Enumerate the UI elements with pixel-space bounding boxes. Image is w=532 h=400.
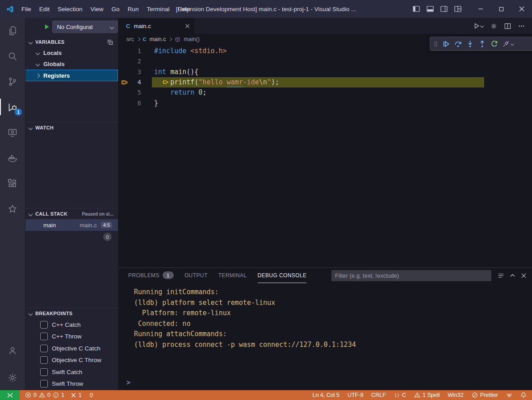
source-control-icon (7, 76, 18, 87)
menu-view[interactable]: View (87, 4, 108, 14)
breadcrumb-file[interactable]: main.c (150, 36, 166, 42)
menu-go[interactable]: Go (108, 4, 124, 14)
activity-bar-item-extensions[interactable] (0, 171, 25, 196)
spell-checker-status[interactable]: 1 Spell (414, 392, 440, 398)
debug-config-select[interactable]: No Configurat (52, 21, 118, 33)
code-line-current[interactable]: 4 printf("hello wamr-ide\n"); (118, 77, 526, 88)
continue-button[interactable] (442, 40, 450, 48)
code-line[interactable]: 2 (118, 56, 526, 67)
activity-bar-item-run-and-debug[interactable]: 1 (0, 94, 25, 120)
minimize-button[interactable] (470, 0, 491, 18)
breakpoints-section-header[interactable]: BREAKPOINTS (25, 308, 118, 319)
step-into-button[interactable] (466, 40, 474, 48)
checkbox[interactable] (40, 380, 48, 388)
remote-indicator[interactable] (0, 390, 20, 400)
cursor-position[interactable]: Ln 4, Col 5 (312, 392, 339, 398)
menu-selection[interactable]: Selection (54, 4, 87, 14)
current-instruction-pointer-icon[interactable] (121, 79, 129, 86)
checkbox[interactable] (40, 368, 48, 376)
tab-terminal[interactable]: TERMINAL (218, 268, 247, 283)
customize-layout-icon[interactable] (454, 6, 461, 12)
toggle-sidebar-icon[interactable] (413, 6, 420, 12)
breakpoint-label: Objective C Throw (52, 357, 101, 363)
debug-start-icon[interactable] (44, 24, 50, 30)
console-input-prompt[interactable]: > (126, 379, 130, 387)
code-line[interactable]: 6 } (118, 98, 526, 108)
activity-bar-item-accounts[interactable] (0, 338, 25, 363)
vscode-window: File Edit Selection View Go Run Terminal… (0, 0, 532, 400)
checkbox[interactable] (40, 333, 48, 340)
console-filter-input[interactable] (331, 270, 491, 281)
more-actions-icon[interactable] (518, 23, 525, 29)
activity-bar-item-docker[interactable] (0, 145, 25, 171)
breadcrumb-folder[interactable]: src (126, 36, 134, 42)
code-line[interactable]: 5 return 0; (118, 88, 526, 98)
activity-bar-item-search[interactable] (0, 43, 25, 69)
debug-target-status[interactable] (88, 392, 95, 399)
code-line[interactable]: 3 int main(){ (118, 67, 526, 77)
code-editor[interactable]: 1 #include <stdio.h> 2 3 int main(){ 4 p… (118, 45, 532, 268)
variables-item-registers[interactable]: Registers (25, 70, 118, 81)
collapse-all-icon[interactable] (107, 39, 113, 46)
breadcrumb-symbol[interactable]: main() (184, 36, 199, 42)
step-out-button[interactable] (478, 40, 486, 48)
callstack-section-header[interactable]: CALL STACK Paused on st... (25, 208, 118, 219)
remote-icon (7, 392, 13, 398)
tab-debug-console[interactable]: DEBUG CONSOLE (258, 268, 307, 283)
menu-terminal[interactable]: Terminal (142, 4, 173, 14)
maximize-panel-icon[interactable] (510, 273, 515, 279)
disconnect-button[interactable] (503, 40, 514, 47)
close-tab-icon[interactable] (185, 24, 190, 29)
tab-main-c[interactable]: main.c (118, 18, 194, 34)
debug-sidebar: No Configurat VARIABLES Locals Globals R… (25, 18, 118, 390)
tools-status[interactable]: 1 (71, 392, 82, 398)
checkbox[interactable] (40, 345, 48, 352)
toolbar-drag-handle-icon[interactable] (434, 41, 438, 47)
encoding[interactable]: UTF-8 (348, 392, 363, 398)
problems-status[interactable]: 0 0 1 (25, 392, 64, 398)
step-over-button[interactable] (454, 40, 462, 48)
gear-icon (7, 372, 18, 383)
c-file-icon (126, 23, 130, 29)
eol-sequence[interactable]: CRLF (371, 392, 386, 398)
notifications-status[interactable] (520, 392, 527, 398)
formatter-status[interactable]: Prettier (472, 392, 498, 398)
radio-tower-icon (506, 392, 512, 398)
run-or-debug-icon[interactable] (473, 23, 483, 29)
toggle-secondary-sidebar-icon[interactable] (440, 6, 448, 12)
thread-count-badge: 0 (103, 233, 112, 241)
variables-section-header[interactable]: VARIABLES (25, 37, 118, 47)
circle-slash-icon (472, 392, 478, 398)
restart-button[interactable] (490, 40, 498, 48)
tab-output[interactable]: OUTPUT (184, 268, 208, 283)
activity-bar-item-explorer[interactable] (0, 18, 25, 43)
platform-status[interactable]: Win32 (448, 392, 463, 398)
checkbox[interactable] (40, 356, 48, 364)
split-editor-icon[interactable] (504, 23, 511, 29)
debug-settings-gear-icon[interactable] (490, 23, 497, 29)
console-lines-icon[interactable] (498, 272, 504, 279)
maximize-button[interactable] (491, 0, 511, 18)
stack-frame-function: main (43, 222, 56, 229)
stack-frame-row[interactable]: main main.c 4:5 (25, 219, 118, 231)
activity-bar-item-favorites[interactable] (0, 196, 25, 221)
language-mode[interactable]: C (394, 392, 406, 398)
breakpoint-label: C++ Throw (52, 333, 82, 340)
broadcast-status[interactable] (506, 392, 512, 398)
inline-breakpoint-icon[interactable] (163, 79, 169, 85)
menu-run[interactable]: Run (124, 4, 143, 14)
variables-item-globals[interactable]: Globals (25, 58, 118, 70)
activity-bar-item-settings[interactable] (0, 365, 25, 390)
callstack-section-title: CALL STACK (35, 211, 67, 217)
activity-bar-item-source-control[interactable] (0, 69, 25, 94)
checkbox[interactable] (40, 321, 48, 329)
variables-item-locals[interactable]: Locals (25, 47, 118, 58)
activity-bar-item-remote-explorer[interactable] (0, 120, 25, 145)
close-panel-icon[interactable] (521, 273, 527, 279)
tab-problems[interactable]: PROBLEMS 1 (128, 268, 174, 283)
toggle-panel-icon[interactable] (427, 6, 434, 12)
menu-file[interactable]: File (17, 4, 35, 14)
menu-edit[interactable]: Edit (35, 4, 54, 14)
close-window-button[interactable] (511, 0, 532, 18)
watch-section-header[interactable]: WATCH (25, 122, 118, 133)
